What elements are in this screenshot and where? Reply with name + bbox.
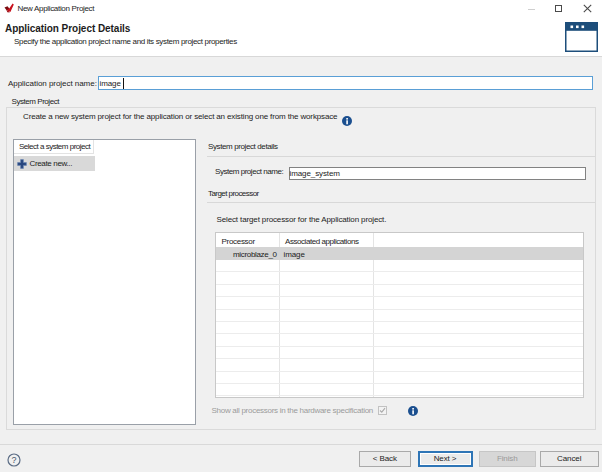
svg-text:?: ? <box>11 455 16 465</box>
